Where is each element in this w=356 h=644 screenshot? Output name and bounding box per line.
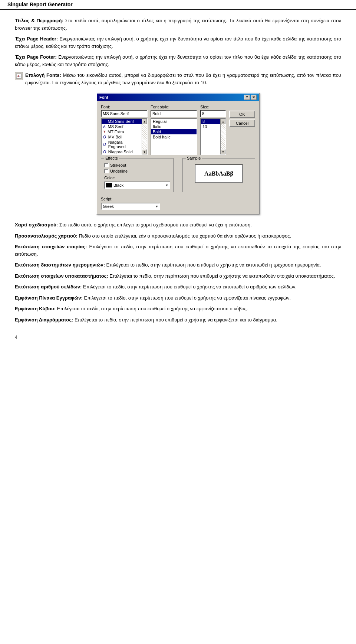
sample-content: AaBbAaΒβ <box>186 163 252 183</box>
font-list-item-1[interactable]: A MS Sans Serif <box>102 119 142 124</box>
cancel-button[interactable]: Cancel <box>229 120 255 127</box>
strikeout-checkbox[interactable] <box>104 163 109 167</box>
dialog-titlebar: Font ? ✕ <box>97 94 259 101</box>
font-style-input[interactable] <box>151 110 197 117</box>
script-value: Greek <box>103 204 154 209</box>
font-o-icon-4: O <box>103 135 106 139</box>
scroll-up-btn[interactable]: ▲ <box>142 119 147 124</box>
p5-label: Χαρτί σχεδιασμού: <box>15 222 58 228</box>
p13-label: Εμφάνιση Διαγράμματος: <box>15 317 73 323</box>
strikeout-row: Strikeout <box>104 163 170 167</box>
dialog-close-button[interactable]: ✕ <box>251 95 257 100</box>
dialog-body: Font: A MS Sans Serif A MS Serif <box>97 101 259 214</box>
script-dropdown-arrow: ▼ <box>155 205 158 208</box>
color-swatch <box>106 183 112 187</box>
paragraph-3: Έχει Page Footer: Ενεργοποιώντας την επι… <box>15 53 341 68</box>
size-scroll-up-btn[interactable]: ▲ <box>221 119 225 124</box>
underline-checkbox[interactable] <box>104 169 109 173</box>
font-column: Font: A MS Sans Serif A MS Serif <box>101 105 148 155</box>
p6-text: Πεδίο στο οποίο επιλέγεται, εάν ο προσαν… <box>79 233 291 239</box>
size-10[interactable]: 10 <box>201 124 220 129</box>
p11-text: Επιλέγεται το πεδίο, στην περίπτωση που … <box>84 295 291 301</box>
page-number-area: 4 <box>15 334 341 340</box>
font-style-listbox-items: Regular Italic Bold Bold Italic <box>151 119 197 154</box>
color-dropdown-arrow: ▼ <box>165 184 168 187</box>
app-title: Singular Report Generator <box>7 1 73 7</box>
p5-text: Στο πεδίο αυτό, ο χρήστης επιλέγει το χα… <box>59 222 252 228</box>
p12-label: Εμφάνιση Κύβου: <box>15 306 56 311</box>
effects-sample-row: Effects Strikeout Underline Co <box>101 158 255 195</box>
style-bold-italic[interactable]: Bold Italic <box>151 134 197 140</box>
size-listbox-items: 8 10 <box>201 119 220 154</box>
p10-label: Εκτύπωση αριθμού σελίδων: <box>15 284 82 290</box>
p8-label: Εκτύπωση διαστημάτων ημερομηνιών: <box>15 262 105 268</box>
font-sans-icon-1: A <box>103 120 106 123</box>
size-listbox[interactable]: 8 10 ▲ ▼ <box>200 118 226 155</box>
paragraph-4: A a Επιλογή Fonts: Μέσω του εικονιδίου α… <box>15 72 341 86</box>
font-list-item-4[interactable]: O MV Boli <box>102 134 142 140</box>
fonts-icon: A a <box>15 72 23 80</box>
font-style-listbox[interactable]: Regular Italic Bold Bold Italic <box>151 118 197 155</box>
font-style-label: Font style: <box>151 105 197 109</box>
p12-text: Επιλέγεται το πεδίο, στην περίπτωση που … <box>57 306 248 311</box>
color-dropdown[interactable]: Black ▼ <box>104 182 170 189</box>
p4-label: Επιλογή Fonts: <box>25 72 61 78</box>
size-input[interactable] <box>200 110 226 117</box>
size-scroll-down-btn[interactable]: ▼ <box>221 149 225 154</box>
effects-section: Effects Strikeout Underline Co <box>101 158 174 192</box>
size-column: Size: 8 10 ▲ ▼ <box>200 105 226 155</box>
paragraph-5: Χαρτί σχεδιασμού: Στο πεδίο αυτό, ο χρήσ… <box>15 221 341 229</box>
dialog-buttons-column: OK Cancel <box>229 105 255 155</box>
font-list-item-5[interactable]: O Niagara Engraved <box>102 140 142 149</box>
dialog-top-row: Font: A MS Sans Serif A MS Serif <box>101 105 255 155</box>
paragraph-1: Τίτλος & Περιγραφή: Στα πεδία αυτά, συμπ… <box>15 17 341 32</box>
sample-box: AaBbAaΒβ <box>195 164 243 183</box>
paragraph-10: Εκτύπωση αριθμού σελίδων: Επιλέγεται το … <box>15 283 341 291</box>
font-list-item-6[interactable]: O Niagara Solid <box>102 149 142 154</box>
font-input[interactable] <box>101 110 148 117</box>
size-label: Size: <box>200 105 226 109</box>
font-T-icon-3: T <box>103 130 105 134</box>
font-list-item-3[interactable]: T MT Extra <box>102 129 142 134</box>
p9-text: Επιλέγεται το πεδίο, στην περίπτωση που … <box>109 273 335 279</box>
paragraph-8: Εκτύπωση διαστημάτων ημερομηνιών: Επιλέγ… <box>15 261 341 269</box>
font-listbox-scrollbar[interactable]: ▲ ▼ <box>142 119 147 154</box>
svg-text:a: a <box>19 75 20 78</box>
dialog-title: Font <box>99 95 108 99</box>
scroll-down-btn[interactable]: ▼ <box>142 149 147 154</box>
underline-label: Underline <box>110 169 128 173</box>
underline-row: Underline <box>104 169 170 173</box>
paragraph-12: Εμφάνιση Κύβου: Επιλέγεται το πεδίο, στη… <box>15 305 341 313</box>
size-8[interactable]: 8 <box>201 119 220 124</box>
p9-label: Εκτύπωση στοιχείων υποκαταστήματος: <box>15 273 108 279</box>
effects-content: Strikeout Underline Color: B <box>104 163 170 189</box>
font-list-item-2[interactable]: A MS Serif <box>102 124 142 129</box>
paragraph-7: Εκτύπωση στοιχείων εταιρίας: Επιλέγεται … <box>15 243 341 258</box>
style-regular[interactable]: Regular <box>151 119 197 124</box>
p7-label: Εκτύπωση στοιχείων εταιρίας: <box>15 244 87 249</box>
paragraph-9: Εκτύπωση στοιχείων υποκαταστήματος: Επιλ… <box>15 272 341 280</box>
sample-section: Sample AaBbAaΒβ <box>182 158 255 192</box>
font-listbox[interactable]: A MS Sans Serif A MS Serif T MT Extra <box>101 118 148 155</box>
dialog-help-button[interactable]: ? <box>244 95 250 100</box>
paragraph-2: Έχει Page Header: Ενεργοποιώντας την επι… <box>15 35 341 50</box>
font-o-icon-5: O <box>103 143 106 147</box>
color-row: Color: <box>104 176 170 180</box>
font-dialog-wrapper: Font ? ✕ Font: <box>15 93 341 215</box>
strikeout-label: Strikeout <box>110 163 126 167</box>
font-listbox-items: A MS Sans Serif A MS Serif T MT Extra <box>102 119 142 154</box>
color-label: Color: <box>104 176 115 180</box>
size-listbox-scrollbar[interactable]: ▲ ▼ <box>220 119 225 154</box>
script-dropdown[interactable]: Greek ▼ <box>101 203 160 210</box>
font-icon-svg: A a <box>16 73 22 79</box>
size-scroll-track <box>221 124 225 149</box>
p6-label: Προσανατολισμός χαρτιού: <box>15 233 78 239</box>
style-bold[interactable]: Bold <box>151 129 197 134</box>
paragraph-11: Εμφάνιση Πίνακα Εγγραφών: Επιλέγεται το … <box>15 294 341 302</box>
font-dialog: Font ? ✕ Font: <box>96 93 260 215</box>
p10-text: Επιλέγεται το πεδίο, στην περίπτωση που … <box>83 284 297 290</box>
dialog-titlebar-buttons: ? ✕ <box>244 95 257 100</box>
p4-content: Επιλογή Fonts: Μέσω του εικονιδίου αυτού… <box>25 72 341 86</box>
ok-button[interactable]: OK <box>229 111 255 118</box>
style-italic[interactable]: Italic <box>151 124 197 129</box>
